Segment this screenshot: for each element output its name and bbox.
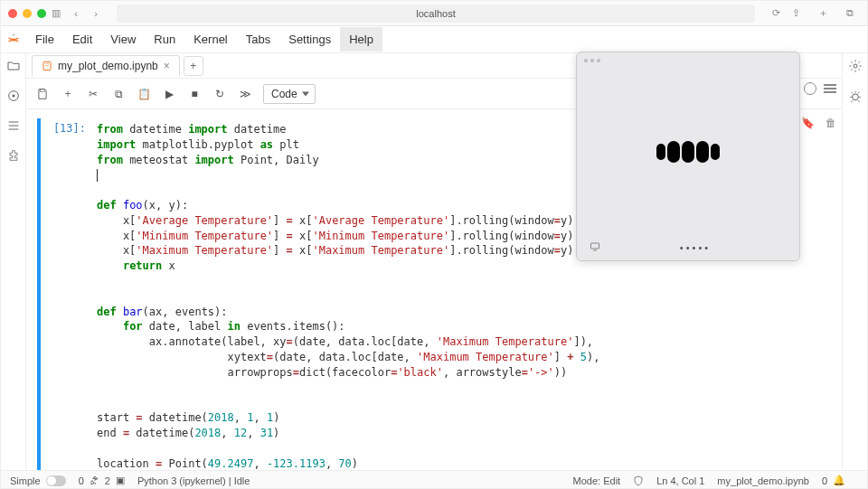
statusbar: Simple 0 ⛐ 2 ▣ Python 3 (ipykernel) | Id…: [1, 470, 867, 489]
fastforward-button[interactable]: ≫: [238, 87, 252, 101]
svg-rect-7: [591, 243, 599, 249]
tab-close-icon[interactable]: ×: [164, 60, 170, 72]
cell-type-label: Code: [271, 88, 297, 100]
svg-rect-2: [12, 95, 14, 98]
gear-icon[interactable]: [848, 59, 863, 76]
status-errors[interactable]: 0 ⛐ 2 ▣: [79, 475, 125, 486]
waveform-icon: [656, 141, 720, 163]
floating-dialog[interactable]: •••••: [576, 52, 800, 261]
menu-view[interactable]: View: [101, 27, 145, 52]
status-mode: Mode: Edit: [573, 475, 621, 486]
close-window-dot[interactable]: [8, 9, 17, 18]
status-simple[interactable]: Simple: [10, 475, 66, 486]
cell-action-icons: 🔖 🗑: [801, 117, 836, 129]
cell-side-icons: [795, 118, 831, 470]
menu-kernel[interactable]: Kernel: [184, 27, 237, 52]
bell-icon: 🔔: [833, 475, 845, 486]
bookmark-icon[interactable]: 🔖: [801, 117, 815, 129]
traffic-lights: [8, 9, 46, 18]
restart-button[interactable]: ↻: [212, 87, 227, 101]
svg-rect-3: [43, 62, 51, 71]
copy-button[interactable]: ⧉: [111, 87, 126, 101]
terminal-icon: ▣: [116, 475, 125, 486]
notebook-icon: [42, 61, 52, 71]
add-cell-button[interactable]: ＋: [61, 87, 75, 101]
cell-type-select[interactable]: Code: [263, 84, 316, 104]
url-text: localhost: [416, 8, 455, 19]
menu-settings[interactable]: Settings: [279, 27, 340, 52]
kernel-indicator-icon[interactable]: [804, 82, 816, 95]
status-trusted[interactable]: [633, 475, 644, 486]
password-field[interactable]: •••••: [680, 242, 711, 253]
status-kernel[interactable]: Python 3 (ipykernel) | Idle: [137, 475, 250, 486]
forward-icon[interactable]: ›: [90, 7, 102, 20]
back-icon[interactable]: ‹: [70, 7, 82, 20]
menu-edit[interactable]: Edit: [63, 27, 101, 52]
tab-label: my_plot_demo.ipynb: [58, 60, 158, 72]
menu-tabs[interactable]: Tabs: [237, 27, 279, 52]
reload-icon[interactable]: ⟳: [769, 7, 782, 20]
monitor-icon[interactable]: [588, 241, 602, 254]
running-icon[interactable]: [6, 89, 21, 106]
debug-icon[interactable]: [848, 89, 863, 106]
right-rail: [842, 53, 867, 470]
jupyter-logo: [1, 33, 26, 47]
tab-add-button[interactable]: +: [184, 56, 203, 76]
cell-prompt: [13]:: [41, 118, 93, 470]
save-button[interactable]: [35, 87, 50, 101]
app-menubar: File Edit View Run Kernel Tabs Settings …: [1, 26, 867, 53]
dialog-footer: •••••: [577, 235, 799, 260]
menu-toggle-icon[interactable]: [824, 84, 836, 93]
cut-button[interactable]: ✂: [86, 87, 100, 101]
status-notif[interactable]: 0 🔔: [822, 475, 845, 486]
dialog-titlebar[interactable]: [577, 52, 799, 69]
folder-icon[interactable]: [6, 59, 21, 76]
delete-cell-icon[interactable]: 🗑: [826, 117, 836, 129]
share-icon[interactable]: ⇪: [789, 7, 802, 20]
menu-run[interactable]: Run: [145, 27, 184, 52]
tab-notebook[interactable]: my_plot_demo.ipynb ×: [32, 55, 180, 76]
dialog-body: [577, 69, 799, 235]
left-rail: [1, 53, 26, 470]
status-cursor: Ln 4, Col 1: [656, 475, 704, 486]
simple-toggle[interactable]: [46, 475, 66, 486]
menu: File Edit View Run Kernel Tabs Settings …: [26, 27, 382, 52]
extensions-icon[interactable]: [6, 148, 21, 165]
menu-help[interactable]: Help: [340, 27, 382, 52]
minimize-window-dot[interactable]: [23, 9, 32, 18]
svg-point-5: [854, 64, 857, 68]
maximize-window-dot[interactable]: [37, 9, 46, 18]
menu-file[interactable]: File: [26, 27, 63, 52]
new-tab-icon[interactable]: ＋: [816, 7, 829, 20]
notebook-right-controls: [804, 82, 836, 95]
status-file[interactable]: my_plot_demo.ipynb: [717, 475, 809, 486]
paste-button[interactable]: 📋: [137, 87, 151, 101]
stop-button[interactable]: ■: [187, 87, 202, 101]
tabs-icon[interactable]: ⧉: [844, 7, 856, 20]
svg-point-6: [852, 94, 858, 100]
url-bar[interactable]: localhost: [117, 5, 755, 23]
toc-icon[interactable]: [6, 118, 21, 136]
browser-chrome: ▥ ‹ › localhost ⟳ ⇪ ＋ ⧉: [1, 1, 867, 26]
sidebar-icon[interactable]: ▥: [50, 7, 62, 20]
error-icon: ⛐: [90, 475, 99, 486]
run-button[interactable]: ▶: [162, 87, 176, 101]
svg-point-0: [13, 33, 14, 35]
